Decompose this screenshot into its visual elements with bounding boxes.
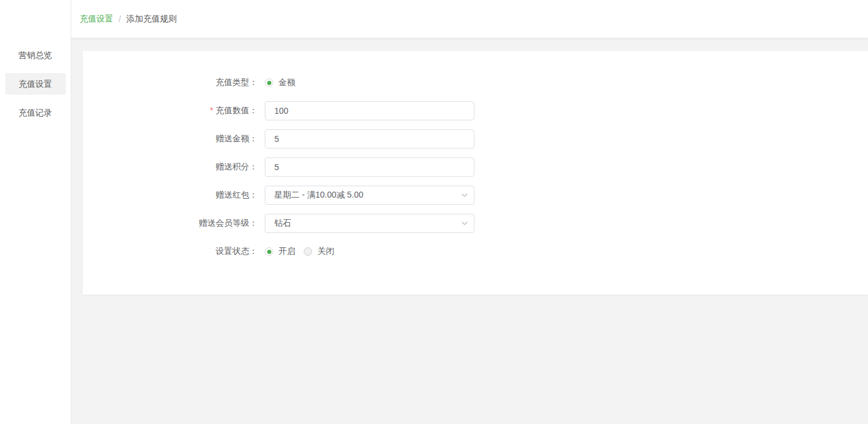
gift-member-level-selected-value: 钻石	[274, 218, 291, 229]
radio-checked-icon	[265, 78, 273, 87]
radio-unchecked-icon	[304, 247, 312, 256]
radio-status-on[interactable]: 开启	[265, 246, 295, 257]
breadcrumb-current-page: 添加充值规则	[126, 14, 177, 25]
gift-amount-label: 赠送金额：	[83, 134, 265, 144]
radio-status-on-label: 开启	[279, 246, 295, 257]
gift-red-packet-label: 赠送红包：	[83, 190, 265, 201]
radio-amount[interactable]: 金额	[265, 77, 295, 88]
top-header: 充值设置 / 添加充值规则	[71, 0, 868, 38]
gift-points-input[interactable]	[265, 158, 474, 177]
recharge-value-input[interactable]	[265, 101, 474, 120]
radio-checked-icon	[265, 247, 273, 256]
breadcrumb: 充值设置 / 添加充值规则	[80, 0, 177, 38]
gift-points-label: 赠送积分：	[83, 162, 265, 172]
recharge-value-label: *充值数值：	[83, 105, 265, 116]
radio-amount-label: 金额	[279, 77, 295, 88]
chevron-down-icon	[461, 220, 468, 228]
gift-points-control	[265, 158, 474, 177]
required-asterisk: *	[210, 105, 213, 115]
recharge-value-control	[265, 101, 474, 120]
gift-member-level-label: 赠送会员等级：	[83, 218, 265, 229]
sidebar-item-recharge-records[interactable]: 充值记录	[5, 102, 66, 123]
gift-red-packet-selected-value: 星期二 - 满10.00减 5.00	[274, 190, 364, 201]
form-row-gift-red-packet: 赠送红包： 星期二 - 满10.00减 5.00	[83, 186, 868, 205]
gift-member-level-control: 钻石	[265, 214, 474, 233]
sidebar-item-marketing-overview[interactable]: 营销总览	[5, 44, 66, 66]
recharge-type-label: 充值类型：	[83, 77, 265, 88]
chevron-down-icon	[461, 192, 468, 199]
gift-red-packet-select[interactable]: 星期二 - 满10.00减 5.00	[265, 186, 474, 205]
breadcrumb-separator: /	[119, 14, 121, 24]
recharge-value-label-text: 充值数值：	[216, 105, 258, 115]
gift-amount-input[interactable]	[265, 129, 474, 149]
form-row-recharge-type: 充值类型： 金额	[83, 73, 868, 92]
radio-status-off-label: 关闭	[317, 246, 334, 257]
breadcrumb-link-recharge-settings[interactable]: 充值设置	[80, 14, 113, 25]
form-row-recharge-value: *充值数值：	[83, 101, 868, 120]
form-card: 充值类型： 金额 *充值数值： 赠送金额：	[83, 51, 868, 295]
main-content: 充值类型： 金额 *充值数值： 赠送金额：	[71, 38, 868, 424]
radio-status-off[interactable]: 关闭	[304, 246, 334, 257]
form-row-gift-points: 赠送积分：	[83, 158, 868, 177]
form-row-gift-amount: 赠送金额：	[83, 129, 868, 149]
form-row-gift-member-level: 赠送会员等级： 钻石	[83, 214, 868, 233]
sidebar-item-recharge-settings[interactable]: 充值设置	[5, 73, 66, 95]
status-label: 设置状态：	[83, 246, 265, 257]
sidebar: 营销总览 充值设置 充值记录	[0, 0, 71, 424]
gift-member-level-select[interactable]: 钻石	[265, 214, 474, 233]
recharge-type-radio-group: 金额	[265, 77, 474, 88]
gift-red-packet-control: 星期二 - 满10.00减 5.00	[265, 186, 474, 205]
status-radio-group: 开启 关闭	[265, 246, 474, 257]
gift-amount-control	[265, 129, 474, 149]
form-row-status: 设置状态： 开启 关闭	[83, 242, 868, 261]
add-recharge-rule-form: 充值类型： 金额 *充值数值： 赠送金额：	[83, 51, 868, 261]
